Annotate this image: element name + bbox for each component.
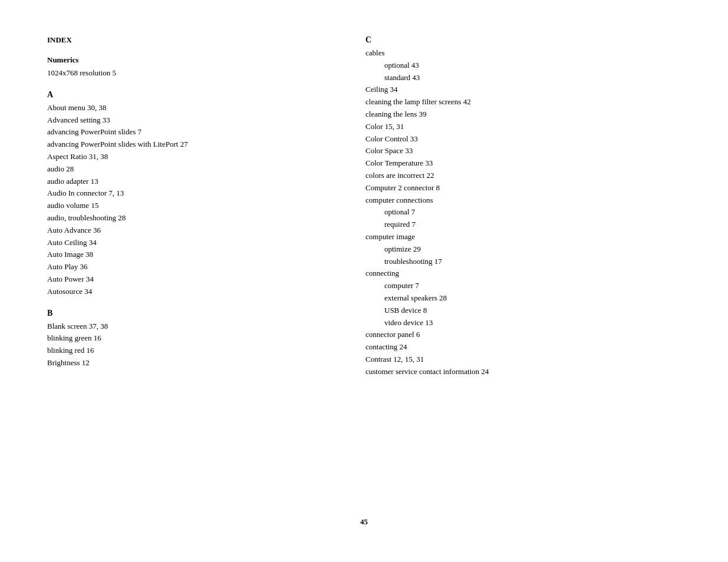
entry-advanced-setting: Advanced setting 33 (47, 114, 318, 127)
entry-audio-adapter: audio adapter 13 (47, 176, 318, 188)
entry-computer-image-troubleshooting: troubleshooting 17 (365, 256, 637, 268)
entry-audio-troubleshooting: audio, troubleshooting 28 (47, 212, 318, 224)
entry-audio: audio 28 (47, 163, 318, 176)
entry-autosource: Autosource 34 (47, 286, 318, 298)
section-b: B (47, 309, 318, 318)
entry-customer-service: customer service contact information 24 (365, 366, 637, 378)
entry-colors-incorrect: colors are incorrect 22 (365, 170, 637, 182)
entry-auto-image: Auto Image 38 (47, 249, 318, 261)
entry-audio-volume: audio volume 15 (47, 200, 318, 212)
section-a: A (47, 90, 318, 100)
page-number: 45 (360, 517, 368, 527)
entry-color-space: Color Space 33 (365, 145, 637, 157)
entry-auto-ceiling: Auto Ceiling 34 (47, 237, 318, 249)
entry-blinking-red: blinking red 16 (47, 345, 318, 357)
entry-computer-image: computer image (365, 231, 637, 243)
entry-connecting-speakers: external speakers 28 (365, 292, 637, 305)
entry-computer-connections-optional: optional 7 (365, 206, 637, 219)
entry-resolution: 1024x768 resolution 5 (47, 67, 318, 80)
entry-color: Color 15, 31 (365, 121, 637, 133)
entry-aspect-ratio: Aspect Ratio 31, 38 (47, 151, 318, 163)
entry-connecting-computer: computer 7 (365, 280, 637, 292)
entry-cleaning-lamp: cleaning the lamp filter screens 42 (365, 96, 637, 108)
entry-advancing-ppt: advancing PowerPoint slides 7 (47, 126, 318, 138)
entry-auto-advance: Auto Advance 36 (47, 224, 318, 237)
entry-blinking-green: blinking green 16 (47, 332, 318, 345)
content-area: INDEX Numerics 1024x768 resolution 5 A A… (47, 35, 681, 378)
entry-about-menu: About menu 30, 38 (47, 102, 318, 114)
entry-connecting-usb: USB device 8 (365, 305, 637, 317)
right-column: C cables optional 43 standard 43 Ceiling… (342, 35, 637, 378)
entry-auto-play: Auto Play 36 (47, 261, 318, 273)
entry-advancing-ppt-liteport: advancing PowerPoint slides with LitePor… (47, 138, 318, 151)
entry-computer-image-optimize: optimize 29 (365, 243, 637, 256)
page-container: INDEX Numerics 1024x768 resolution 5 A A… (0, 0, 728, 562)
numerics-header: Numerics (47, 55, 318, 65)
index-title: INDEX (47, 35, 318, 45)
section-c: C (365, 35, 637, 45)
entry-color-control: Color Control 33 (365, 133, 637, 146)
entry-cleaning-lens: cleaning the lens 39 (365, 108, 637, 121)
entry-auto-power: Auto Power 34 (47, 273, 318, 286)
entry-brightness: Brightness 12 (47, 357, 318, 369)
entry-cables: cables (365, 47, 637, 59)
entry-connecting: connecting (365, 267, 637, 280)
entry-computer-connections: computer connections (365, 194, 637, 207)
entry-contacting: contacting 24 (365, 341, 637, 353)
entry-connecting-video: video device 13 (365, 317, 637, 329)
entry-cables-optional: optional 43 (365, 59, 637, 72)
entry-computer2-connector: Computer 2 connector 8 (365, 182, 637, 194)
entry-audio-in-connector: Audio In connector 7, 13 (47, 187, 318, 200)
entry-contrast: Contrast 12, 15, 31 (365, 353, 637, 366)
entry-color-temperature: Color Temperature 33 (365, 157, 637, 170)
entry-blank-screen: Blank screen 37, 38 (47, 320, 318, 333)
entry-computer-connections-required: required 7 (365, 219, 637, 231)
entry-ceiling: Ceiling 34 (365, 84, 637, 96)
left-column: INDEX Numerics 1024x768 resolution 5 A A… (47, 35, 342, 378)
entry-connector-panel: connector panel 6 (365, 329, 637, 341)
entry-cables-standard: standard 43 (365, 72, 637, 84)
